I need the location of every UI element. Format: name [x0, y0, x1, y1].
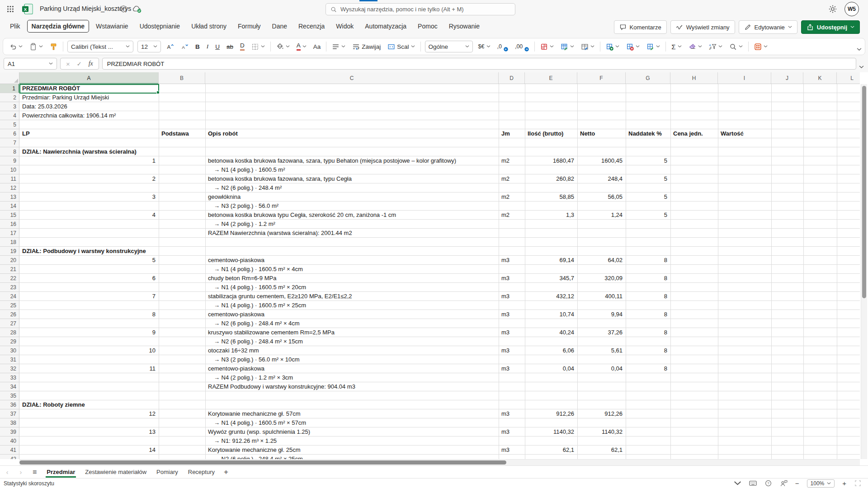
column-header-G[interactable]: G: [626, 72, 670, 84]
row-header-42[interactable]: 42: [0, 455, 19, 459]
cell-A13[interactable]: 3: [19, 192, 159, 202]
name-box[interactable]: A1: [4, 58, 57, 70]
expand-formula-bar-icon[interactable]: [859, 62, 864, 66]
cell-D37[interactable]: m3: [499, 409, 525, 418]
cell-A9[interactable]: 1: [19, 156, 159, 165]
row-header-28[interactable]: 28: [0, 328, 19, 337]
sheet-tab-pomiary[interactable]: Pomiary: [156, 467, 179, 478]
cell-D13[interactable]: m2: [499, 192, 525, 202]
row-header-37[interactable]: 37: [0, 409, 19, 418]
row-header-10[interactable]: 10: [0, 165, 19, 174]
toolbar-borders[interactable]: [250, 40, 266, 53]
column-header-I[interactable]: I: [718, 72, 771, 84]
cell-F28[interactable]: 37,26: [577, 328, 626, 337]
toolbar-decrease-decimal[interactable]: ,0: [496, 40, 509, 53]
cell-C12[interactable]: → N2 (6 polig.) · 248.4 m²: [205, 183, 499, 192]
row-header-16[interactable]: 16: [0, 220, 19, 229]
row-header-27[interactable]: 27: [0, 319, 19, 328]
toolbar-merge[interactable]: Scal: [386, 40, 416, 53]
cell-C14[interactable]: → N3 (2 polig.) · 56.0 m²: [205, 202, 499, 211]
cell-C13[interactable]: geowłóknina: [205, 192, 499, 202]
toolbar-format-cells[interactable]: [645, 40, 661, 53]
row-header-8[interactable]: 8: [0, 147, 19, 156]
cell-C40[interactable]: → N1: 912.26 m³ × 1.25: [205, 436, 499, 446]
cell-E39[interactable]: 1140,32: [525, 427, 577, 436]
cell-A20[interactable]: 5: [19, 256, 159, 265]
row-header-34[interactable]: 34: [0, 382, 19, 391]
ribbon-tab-udostepnianie[interactable]: Udostępnianie: [135, 20, 185, 33]
toolbar-shrink-font[interactable]: A: [179, 40, 190, 53]
help-icon[interactable]: ?: [764, 480, 772, 487]
cell-E26[interactable]: 10,74: [525, 310, 577, 319]
cell-D11[interactable]: m2: [499, 174, 525, 183]
cell-E41[interactable]: 62,1: [525, 446, 577, 455]
cell-C23[interactable]: → N1 (4 polig.) · 1600.5 m² × 20cm: [205, 283, 499, 292]
cell-A39[interactable]: 13: [19, 427, 159, 436]
cell-C6[interactable]: Opis robót: [205, 129, 499, 138]
toolbar-italic[interactable]: I: [205, 40, 210, 53]
protection-status-icon[interactable]: ?: [119, 5, 127, 13]
cell-G9[interactable]: 5: [626, 156, 670, 165]
column-header-B[interactable]: B: [159, 72, 205, 84]
row-header-5[interactable]: 5: [0, 120, 19, 129]
row-header-19[interactable]: 19: [0, 247, 19, 256]
toolbar-number-format[interactable]: Ogólne: [425, 41, 473, 52]
app-launcher-icon[interactable]: [6, 5, 14, 13]
column-header-H[interactable]: H: [670, 72, 718, 84]
column-header-J[interactable]: J: [771, 72, 803, 84]
cell-A26[interactable]: 8: [19, 310, 159, 319]
row-header-2[interactable]: 2: [0, 93, 19, 102]
row-header-17[interactable]: 17: [0, 229, 19, 238]
toolbar-undo[interactable]: [8, 40, 24, 53]
cell-G15[interactable]: 5: [626, 211, 670, 220]
cloud-saved-icon[interactable]: [132, 5, 142, 13]
cell-G6[interactable]: Naddatek %: [626, 129, 670, 138]
cell-D39[interactable]: m3: [499, 427, 525, 436]
cell-E32[interactable]: 0,04: [525, 364, 577, 373]
cell-G26[interactable]: 8: [626, 310, 670, 319]
prev-sheet-arrow-icon[interactable]: ‹: [5, 468, 10, 476]
row-header-18[interactable]: 18: [0, 238, 19, 247]
cell-C31[interactable]: → N3 (2 polig.) · 56.0 m² × 10cm: [205, 355, 499, 364]
cell-D9[interactable]: m2: [499, 156, 525, 165]
settings-gear-icon[interactable]: [828, 5, 837, 14]
account-avatar[interactable]: W5: [844, 2, 859, 16]
sheet-tab-zestawienie-materialow[interactable]: Zestawienie materiałów: [84, 467, 147, 478]
row-header-35[interactable]: 35: [0, 391, 19, 400]
cell-F41[interactable]: 62,1: [577, 446, 626, 455]
fullscreen-icon[interactable]: [854, 480, 862, 487]
row-header-41[interactable]: 41: [0, 446, 19, 455]
row-header-25[interactable]: 25: [0, 301, 19, 310]
cell-C9[interactable]: betonowa kostka brukowa fazowana, szara,…: [205, 156, 499, 165]
cell-C10[interactable]: → N1 (4 polig.) · 1600.5 m²: [205, 165, 499, 174]
ribbon-tab-narzedzia-glowne[interactable]: Narzędzia główne: [27, 20, 89, 33]
column-header-L[interactable]: L: [837, 72, 860, 84]
cell-C26[interactable]: cementowo-piaskowa: [205, 310, 499, 319]
toolbar-double-underline[interactable]: D: [239, 40, 246, 53]
row-header-24[interactable]: 24: [0, 292, 19, 301]
cell-D24[interactable]: m3: [499, 292, 525, 301]
cell-F9[interactable]: 1600,45: [577, 156, 626, 165]
vertical-scrollbar[interactable]: [861, 84, 867, 459]
select-all-corner[interactable]: [0, 72, 19, 84]
sheet-list-menu-icon[interactable]: ≡: [33, 468, 37, 476]
toolbar-cell-styles[interactable]: [580, 40, 596, 53]
cancel-entry-icon[interactable]: ×: [66, 60, 70, 68]
cell-A15[interactable]: 4: [19, 211, 159, 220]
workbook-statistics-button[interactable]: Statystyki skoroszytu: [4, 480, 54, 487]
row-header-14[interactable]: 14: [0, 202, 19, 211]
cell-E30[interactable]: 6,06: [525, 346, 577, 355]
row-header-6[interactable]: 6: [0, 129, 19, 138]
cell-E6[interactable]: Ilość (brutto): [525, 129, 577, 138]
search-input[interactable]: Wyszukaj narzędzia, pomoc i nie tylko (A…: [326, 3, 515, 15]
cell-C39[interactable]: Wywóz gruntu (wsp. spulchnienia 1.25): [205, 427, 499, 436]
toolbar-insert-cells[interactable]: [604, 40, 621, 53]
row-header-3[interactable]: 3: [0, 102, 19, 111]
row-header-32[interactable]: 32: [0, 364, 19, 373]
cell-A3[interactable]: Data: 25.03.2026: [19, 102, 159, 111]
cell-A41[interactable]: 14: [19, 446, 159, 455]
ribbon-tab-widok[interactable]: Widok: [331, 20, 358, 33]
row-header-9[interactable]: 9: [0, 156, 19, 165]
column-header-K[interactable]: K: [803, 72, 837, 84]
cell-F22[interactable]: 320,09: [577, 274, 626, 283]
